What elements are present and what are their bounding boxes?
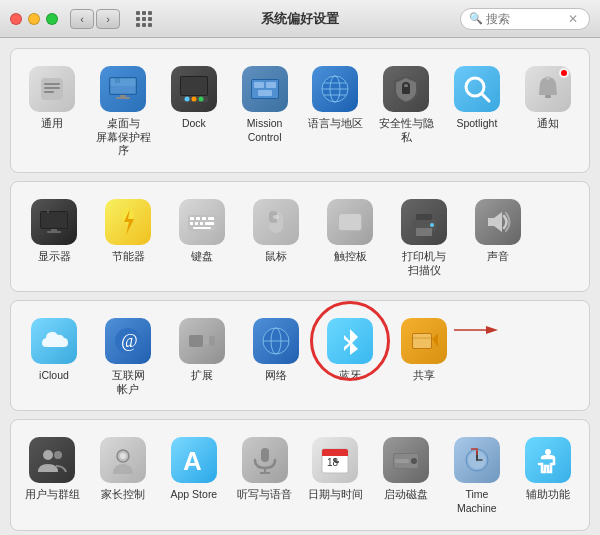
svg-rect-47 <box>190 222 193 225</box>
pref-desktop-label: 桌面与屏幕保护程序 <box>92 117 155 158</box>
pref-security[interactable]: 安全性与隐私 <box>371 59 442 162</box>
pref-spotlight[interactable]: Spotlight <box>442 59 513 162</box>
svg-rect-1 <box>44 83 60 85</box>
pref-network-label: 网络 <box>265 369 287 383</box>
pref-notif-label: 通知 <box>537 117 559 131</box>
pref-extensions-label: 扩展 <box>191 369 213 383</box>
pref-appstore[interactable]: A App Store <box>159 430 230 519</box>
forward-button[interactable]: › <box>96 9 120 29</box>
pref-startup-label: 启动磁盘 <box>384 488 428 502</box>
pref-sharing[interactable]: 共享 <box>387 311 461 400</box>
svg-rect-45 <box>202 217 206 220</box>
section-personal: 通用 桌面与屏幕保护程序 Dock <box>10 48 590 173</box>
pref-startup[interactable]: 启动磁盘 <box>371 430 442 519</box>
maximize-button[interactable] <box>46 13 58 25</box>
pref-internet[interactable]: @ 互联网帐户 <box>91 311 165 400</box>
pref-language[interactable]: 语言与地区 <box>300 59 371 162</box>
pref-general-label: 通用 <box>41 117 63 131</box>
back-button[interactable]: ‹ <box>70 9 94 29</box>
pref-trackpad-label: 触控板 <box>334 250 367 264</box>
svg-rect-89 <box>322 453 348 456</box>
section-internet: iCloud @ 互联网帐户 扩展 <box>10 300 590 411</box>
svg-rect-6 <box>110 78 136 86</box>
svg-point-14 <box>184 97 189 102</box>
pref-parental[interactable]: 家长控制 <box>88 430 159 519</box>
svg-rect-60 <box>416 228 432 236</box>
svg-point-16 <box>198 97 203 102</box>
row-personal: 通用 桌面与屏幕保护程序 Dock <box>17 59 583 162</box>
pref-mouse[interactable]: 鼠标 <box>239 192 313 281</box>
nav-buttons: ‹ › <box>70 9 120 29</box>
svg-rect-44 <box>196 217 200 220</box>
svg-rect-32 <box>545 95 551 98</box>
pref-users[interactable]: 用户与群组 <box>17 430 88 519</box>
pref-internet-label: 互联网帐户 <box>112 369 145 396</box>
pref-energy[interactable]: 节能器 <box>91 192 165 281</box>
pref-language-label: 语言与地区 <box>308 117 363 131</box>
pref-sound-label: 声音 <box>487 250 509 264</box>
svg-rect-55 <box>273 215 279 219</box>
svg-rect-21 <box>258 90 272 96</box>
svg-point-101 <box>545 449 551 455</box>
pref-appstore-label: App Store <box>171 488 218 502</box>
svg-text:@: @ <box>121 331 138 351</box>
pref-parental-label: 家长控制 <box>101 488 145 502</box>
svg-rect-12 <box>181 77 207 95</box>
grid-view-button[interactable] <box>132 7 156 31</box>
minimize-button[interactable] <box>28 13 40 25</box>
pref-energy-label: 节能器 <box>112 250 145 264</box>
svg-rect-3 <box>44 91 54 93</box>
svg-point-78 <box>43 450 53 460</box>
pref-bluetooth[interactable]: 蓝牙 <box>313 311 387 400</box>
svg-rect-39 <box>47 231 61 233</box>
svg-point-79 <box>54 451 62 459</box>
svg-rect-19 <box>254 82 264 88</box>
svg-rect-10 <box>116 97 130 99</box>
pref-sharing-label: 共享 <box>413 369 435 383</box>
svg-rect-57 <box>339 214 361 230</box>
pref-extensions[interactable]: 扩展 <box>165 311 239 400</box>
pref-spotlight-label: Spotlight <box>456 117 497 131</box>
pref-notif[interactable]: 通知 <box>512 59 583 162</box>
pref-network[interactable]: 网络 <box>239 311 313 400</box>
pref-icloud[interactable]: iCloud <box>17 311 91 400</box>
pref-sound[interactable]: 声音 <box>461 192 535 281</box>
pref-datetime[interactable]: 18 日期与时间 <box>300 430 371 519</box>
traffic-lights <box>10 13 58 25</box>
pref-timemachine[interactable]: Time Machine <box>442 430 513 519</box>
search-input[interactable] <box>486 12 566 26</box>
pref-trackpad[interactable]: 触控板 <box>313 192 387 281</box>
svg-rect-43 <box>190 217 194 220</box>
notification-badge <box>559 68 569 78</box>
search-icon: 🔍 <box>469 12 483 25</box>
clear-search-button[interactable]: ✕ <box>568 12 578 26</box>
pref-mission[interactable]: MissionControl <box>229 59 300 162</box>
pref-users-label: 用户与群组 <box>25 488 80 502</box>
svg-rect-49 <box>200 222 203 225</box>
svg-rect-67 <box>209 336 215 346</box>
svg-rect-65 <box>189 335 203 347</box>
pref-dictation[interactable]: 听写与语音 <box>229 430 300 519</box>
pref-accessibility-label: 辅助功能 <box>526 488 570 502</box>
pref-desktop[interactable]: 桌面与屏幕保护程序 <box>88 59 159 162</box>
svg-rect-20 <box>266 82 276 88</box>
pref-datetime-label: 日期与时间 <box>308 488 363 502</box>
svg-point-61 <box>430 223 434 227</box>
svg-line-31 <box>482 94 489 101</box>
pref-printer[interactable]: 打印机与扫描仪 <box>387 192 461 281</box>
svg-rect-46 <box>208 217 214 220</box>
svg-rect-7 <box>115 78 120 83</box>
pref-display[interactable]: 显示器 <box>17 192 91 281</box>
pref-dock-label: Dock <box>182 117 206 131</box>
pref-general[interactable]: 通用 <box>17 59 88 162</box>
svg-rect-36 <box>41 212 67 228</box>
section-hardware: 显示器 节能器 键盘 <box>10 181 590 292</box>
close-button[interactable] <box>10 13 22 25</box>
svg-point-95 <box>411 458 417 464</box>
svg-rect-59 <box>416 214 432 220</box>
pref-dock[interactable]: Dock <box>159 59 230 162</box>
svg-marker-62 <box>488 212 502 232</box>
search-bar[interactable]: 🔍 ✕ <box>460 8 590 30</box>
pref-accessibility[interactable]: 辅助功能 <box>512 430 583 519</box>
pref-keyboard[interactable]: 键盘 <box>165 192 239 281</box>
